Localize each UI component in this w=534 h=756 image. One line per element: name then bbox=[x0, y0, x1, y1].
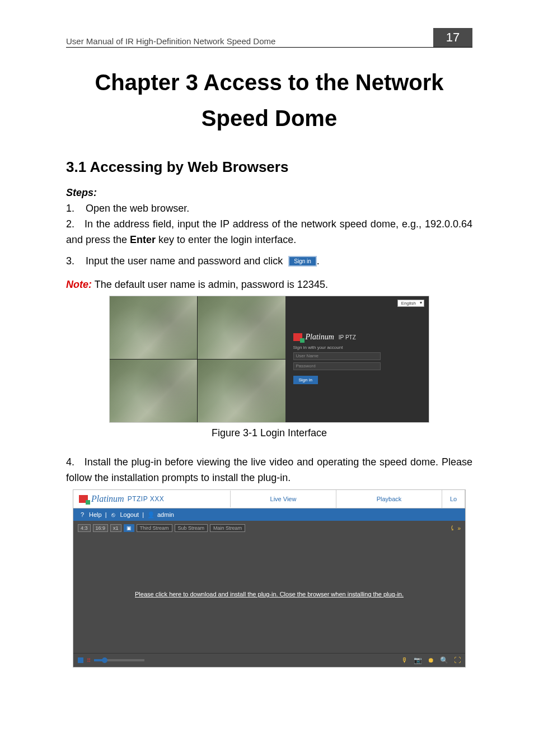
brand-suffix: IP PTZ bbox=[339, 334, 356, 340]
figure-login-interface: English Platinum IP PTZ Sign in with you… bbox=[109, 296, 429, 423]
step-2-text-b: key to enter the login interface. bbox=[156, 234, 296, 245]
plugin-download-link[interactable]: Please click here to download and instal… bbox=[124, 591, 415, 598]
step-1-num: 1. bbox=[66, 203, 74, 214]
camera-tile bbox=[198, 296, 285, 359]
step-4: 4. Install the plug-in before viewing th… bbox=[66, 455, 472, 486]
password-field[interactable]: Password bbox=[293, 362, 381, 370]
step-1-text: Open the web browser. bbox=[86, 203, 189, 214]
user-icon: 👤 bbox=[147, 511, 154, 518]
username-field[interactable]: User Name bbox=[293, 352, 381, 360]
enter-key: Enter bbox=[130, 234, 156, 245]
step-2: 2. In the address field, input the IP ad… bbox=[66, 217, 472, 248]
help-icon[interactable]: ? bbox=[79, 511, 86, 518]
stream-toolbar: 4:3 16:9 x1 ▣ Third Stream Sub Stream Ma… bbox=[73, 521, 465, 535]
model-label: PTZIP XXX bbox=[128, 495, 165, 503]
figure-liveview-interface: Platinum PTZIP XXX Live View Playback Lo… bbox=[73, 489, 466, 668]
running-title: User Manual of IR High-Definition Networ… bbox=[66, 36, 428, 46]
page-number: 17 bbox=[433, 28, 472, 47]
section-title: 3.1 Accessing by Web Browsers bbox=[66, 158, 472, 176]
stop-button[interactable] bbox=[78, 657, 83, 663]
help-link[interactable]: Help bbox=[89, 511, 102, 518]
camera-tile bbox=[198, 360, 285, 422]
zoom-icon[interactable]: 🔍 bbox=[440, 656, 448, 664]
volume-slider[interactable] bbox=[94, 659, 144, 661]
third-stream-tab[interactable]: Third Stream bbox=[137, 524, 172, 532]
video-viewport: Please click here to download and instal… bbox=[73, 535, 465, 653]
login-panel: English Platinum IP PTZ Sign in with you… bbox=[285, 296, 429, 422]
sep: | bbox=[105, 511, 107, 518]
expand-icon[interactable]: ⛶ bbox=[454, 656, 461, 664]
liveview-bottombar: ⠿ 🎙 📷 ⏺ 🔍 ⛶ bbox=[73, 653, 465, 667]
brand-logo-icon bbox=[79, 495, 88, 503]
camera-tile bbox=[110, 296, 197, 359]
brand-name: Platinum bbox=[91, 494, 124, 504]
camera-icon[interactable]: 📷 bbox=[414, 656, 422, 664]
current-user: admin bbox=[157, 511, 174, 518]
record-icon[interactable]: ⏺ bbox=[428, 656, 434, 664]
ptz-icon[interactable]: ⤹ bbox=[449, 524, 455, 532]
figure-1-caption: Figure 3-1 Login Interface bbox=[66, 427, 472, 439]
chapter-title-line2: Speed Dome bbox=[202, 106, 337, 130]
login-brand: Platinum IP PTZ bbox=[293, 333, 421, 342]
bottombar-right: 🎙 📷 ⏺ 🔍 ⛶ bbox=[401, 656, 461, 664]
logout-icon[interactable]: ⎋ bbox=[110, 511, 116, 518]
step-3-text: Input the user name and password and cli… bbox=[86, 255, 283, 267]
mic-icon[interactable]: 🎙 bbox=[401, 656, 408, 664]
sub-stream-tab[interactable]: Sub Stream bbox=[175, 524, 208, 532]
step-3-period: . bbox=[317, 255, 320, 267]
language-select[interactable]: English bbox=[397, 300, 424, 307]
chapter-title-line1: Chapter 3 Access to the Network bbox=[95, 70, 443, 95]
tab-playback[interactable]: Playback bbox=[336, 490, 442, 508]
camera-tile bbox=[110, 360, 197, 422]
tab-log[interactable]: Lo bbox=[442, 490, 465, 508]
main-stream-tab[interactable]: Main Stream bbox=[210, 524, 245, 532]
chapter-title: Chapter 3 Access to the Network Speed Do… bbox=[66, 64, 472, 136]
brand-name: Platinum bbox=[306, 333, 334, 342]
tab-live-view[interactable]: Live View bbox=[231, 490, 336, 508]
sep: | bbox=[142, 511, 144, 518]
chevron-right-icon[interactable]: » bbox=[457, 525, 461, 531]
signin-button-inline[interactable]: Sign in bbox=[288, 256, 317, 267]
step-1: 1. Open the web browser. bbox=[66, 201, 472, 217]
step-3: 3. Input the user name and password and … bbox=[66, 254, 472, 269]
note-label: Note: bbox=[66, 279, 92, 290]
liveview-topbar: Platinum PTZIP XXX Live View Playback Lo bbox=[73, 490, 465, 508]
brand-logo-icon bbox=[293, 333, 302, 341]
step-2-num: 2. bbox=[66, 218, 74, 230]
liveview-userbar: ? Help | ⎋ Logout | 👤 admin bbox=[73, 508, 465, 521]
fullscreen-button[interactable]: ▣ bbox=[124, 524, 134, 532]
note-text: The default user name is admin, password… bbox=[92, 279, 328, 290]
signin-prompt: Sign in with your account bbox=[293, 345, 421, 350]
step-4-text: Install the plug-in before viewing the l… bbox=[66, 456, 472, 483]
bottombar-left: ⠿ bbox=[78, 657, 144, 664]
signin-button[interactable]: Sign in bbox=[293, 376, 318, 384]
steps-label: Steps: bbox=[66, 187, 472, 199]
step-3-num: 3. bbox=[66, 255, 74, 267]
running-header: User Manual of IR High-Definition Networ… bbox=[66, 28, 472, 48]
login-left-tiles bbox=[110, 296, 285, 422]
aspect-169-button[interactable]: 16:9 bbox=[93, 524, 109, 532]
multiview-button[interactable]: ⠿ bbox=[87, 657, 91, 664]
aspect-43-button[interactable]: 4:3 bbox=[78, 524, 91, 532]
logout-link[interactable]: Logout bbox=[120, 511, 139, 518]
step-4-num: 4. bbox=[66, 456, 74, 468]
aspect-x1-button[interactable]: x1 bbox=[110, 524, 121, 532]
liveview-brand: Platinum PTZIP XXX bbox=[73, 491, 231, 507]
note-line: Note: The default user name is admin, pa… bbox=[66, 277, 472, 293]
